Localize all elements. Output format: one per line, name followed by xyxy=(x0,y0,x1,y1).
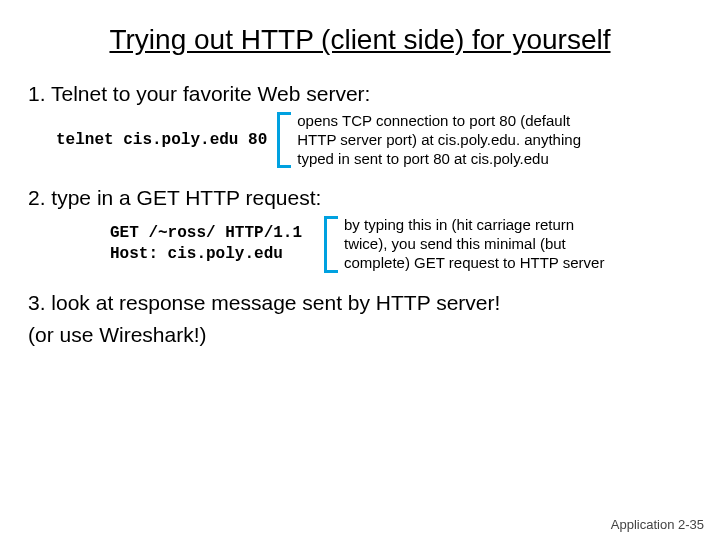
step-1-heading: 1. Telnet to your favorite Web server: xyxy=(28,82,692,106)
telnet-command: telnet cis.poly.edu 80 xyxy=(56,131,267,149)
bracket-icon xyxy=(277,112,293,168)
bracket-icon xyxy=(324,216,340,272)
step-4-heading: (or use Wireshark!) xyxy=(28,323,692,347)
telnet-note: opens TCP connection to port 80 (default… xyxy=(297,112,607,168)
slide: Trying out HTTP (client side) for yourse… xyxy=(0,0,720,361)
get-command: GET /~ross/ HTTP/1.1 Host: cis.poly.edu xyxy=(110,223,302,266)
step-3-heading: 3. look at response message sent by HTTP… xyxy=(28,291,692,315)
step-2-row: GET /~ross/ HTTP/1.1 Host: cis.poly.edu … xyxy=(28,216,692,272)
slide-footer: Application 2-35 xyxy=(611,517,704,532)
step-1-row: telnet cis.poly.edu 80 opens TCP connect… xyxy=(28,112,692,168)
step-2-heading: 2. type in a GET HTTP request: xyxy=(28,186,692,210)
slide-title: Trying out HTTP (client side) for yourse… xyxy=(28,24,692,56)
get-note: by typing this in (hit carriage return t… xyxy=(344,216,614,272)
